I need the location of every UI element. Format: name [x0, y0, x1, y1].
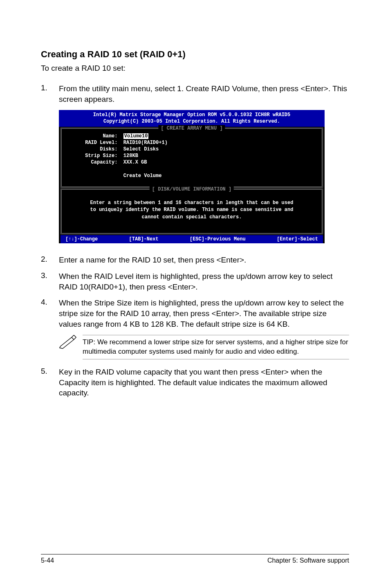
step-number: 1. — [41, 83, 59, 92]
bios-create-array-panel: [ CREATE ARRAY MENU ] Name: Volume10 RAI… — [61, 128, 323, 188]
step-2: 2. Enter a name for the RAID 10 set, the… — [41, 255, 349, 265]
bios-info-line2: to uniquely identify the RAID volume. Th… — [67, 206, 316, 213]
field-stripsize-label: Strip Size: — [85, 153, 117, 159]
bios-header-line1: Intel(R) Matrix Storage Manager Option R… — [61, 112, 322, 118]
step-5: 5. Key in the RAID volume capacity that … — [41, 367, 349, 398]
bios-panel2-title: [ DISK/VOLUME INFORMATION ] — [150, 186, 234, 193]
step-4: 4. When the Stripe Size item is highligh… — [41, 298, 349, 329]
page-footer: 5-44 Chapter 5: Software support — [41, 554, 349, 564]
page-number: 5-44 — [41, 557, 54, 564]
step-1: 1. From the utility main menu, select 1.… — [41, 83, 349, 104]
field-capacity-label: Capacity: — [91, 159, 118, 165]
bios-info-line3: cannot contain special characters. — [67, 214, 316, 221]
field-name-value[interactable]: Volume10 — [123, 133, 149, 139]
pencil-icon — [59, 335, 77, 350]
bios-info-line1: Enter a string between 1 and 16 characte… — [67, 200, 316, 206]
step-text: From the utility main menu, select 1. Cr… — [59, 83, 349, 104]
field-name-label: Name: — [103, 133, 117, 139]
step-text: When the RAID Level item is highlighted,… — [59, 271, 349, 292]
bios-key-enter: [Enter]-Select — [277, 236, 318, 242]
field-capacity-value[interactable]: XXX.X GB — [123, 159, 147, 165]
bios-diskinfo-panel: [ DISK/VOLUME INFORMATION ] Enter a stri… — [61, 189, 323, 234]
bios-key-change: [↑↓]-Change — [65, 236, 98, 242]
step-number: 3. — [41, 271, 59, 280]
field-raidlevel-value[interactable]: RAID10(RAID0+1) — [123, 140, 168, 146]
bios-panel-title: [ CREATE ARRAY MENU ] — [158, 125, 225, 132]
step-text: Enter a name for the RAID 10 set, then p… — [59, 255, 246, 265]
create-volume-action[interactable]: Create Volume — [123, 173, 162, 179]
tip-note: TIP: We recommend a lower stripe size fo… — [59, 335, 349, 359]
section-heading: Creating a RAID 10 set (RAID 0+1) — [41, 49, 349, 60]
bios-key-tab: [TAB]-Next — [129, 236, 159, 242]
bios-screenshot: Intel(R) Matrix Storage Manager Option R… — [59, 110, 325, 243]
bios-footer: [↑↓]-Change [TAB]-Next [ESC]-Previous Me… — [61, 235, 323, 243]
step-text: Key in the RAID volume capacity that you… — [59, 367, 349, 398]
bios-header-line2: Copyright(C) 2003-05 Intel Corporation. … — [61, 118, 322, 125]
bios-key-esc: [ESC]-Previous Menu — [190, 236, 246, 242]
field-raidlevel-label: RAID Level: — [85, 140, 117, 146]
step-text: When the Stripe Size item is highlighted… — [59, 298, 349, 329]
step-number: 5. — [41, 367, 59, 376]
chapter-label: Chapter 5: Software support — [267, 557, 349, 564]
bios-header: Intel(R) Matrix Storage Manager Option R… — [59, 110, 325, 126]
step-number: 4. — [41, 298, 59, 307]
field-disks-label: Disks: — [100, 146, 117, 152]
step-number: 2. — [41, 255, 59, 264]
intro-text: To create a RAID 10 set: — [41, 64, 349, 73]
step-3: 3. When the RAID Level item is highlight… — [41, 271, 349, 292]
field-disks-value[interactable]: Select Disks — [123, 146, 159, 152]
field-stripsize-value[interactable]: 128KB — [123, 153, 138, 159]
tip-text: TIP: We recommend a lower stripe size fo… — [83, 335, 349, 359]
